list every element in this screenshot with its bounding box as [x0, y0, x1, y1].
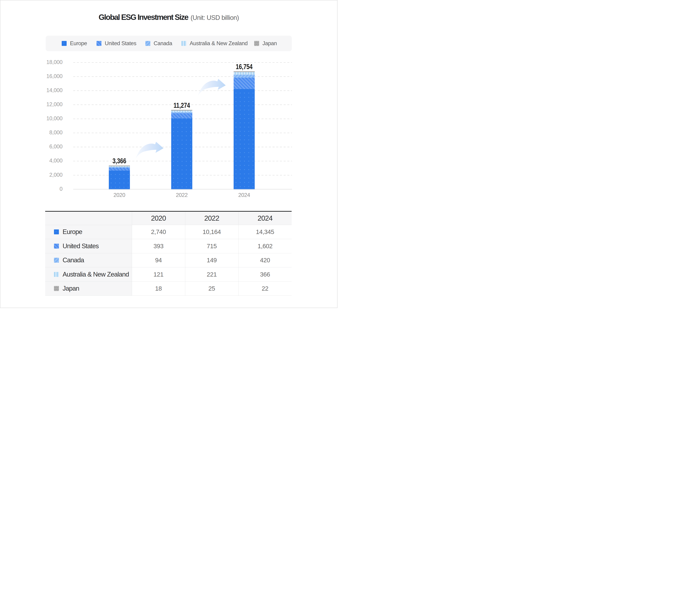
- svg-text:16,000: 16,000: [47, 73, 63, 79]
- svg-text:3,366: 3,366: [112, 157, 126, 165]
- svg-text:14,000: 14,000: [47, 87, 63, 93]
- svg-text:16,754: 16,754: [236, 63, 252, 71]
- svg-text:0: 0: [60, 186, 63, 192]
- svg-text:2,000: 2,000: [49, 172, 62, 178]
- svg-text:8,000: 8,000: [49, 129, 62, 136]
- svg-text:2024: 2024: [238, 192, 250, 198]
- svg-text:4,000: 4,000: [49, 158, 62, 164]
- svg-text:6,000: 6,000: [49, 143, 62, 150]
- svg-text:2022: 2022: [176, 192, 188, 198]
- svg-text:2020: 2020: [114, 192, 125, 198]
- svg-text:10,000: 10,000: [47, 115, 63, 122]
- svg-text:12,000: 12,000: [47, 101, 63, 107]
- svg-text:18,000: 18,000: [47, 59, 63, 65]
- svg-text:11,274: 11,274: [173, 101, 190, 109]
